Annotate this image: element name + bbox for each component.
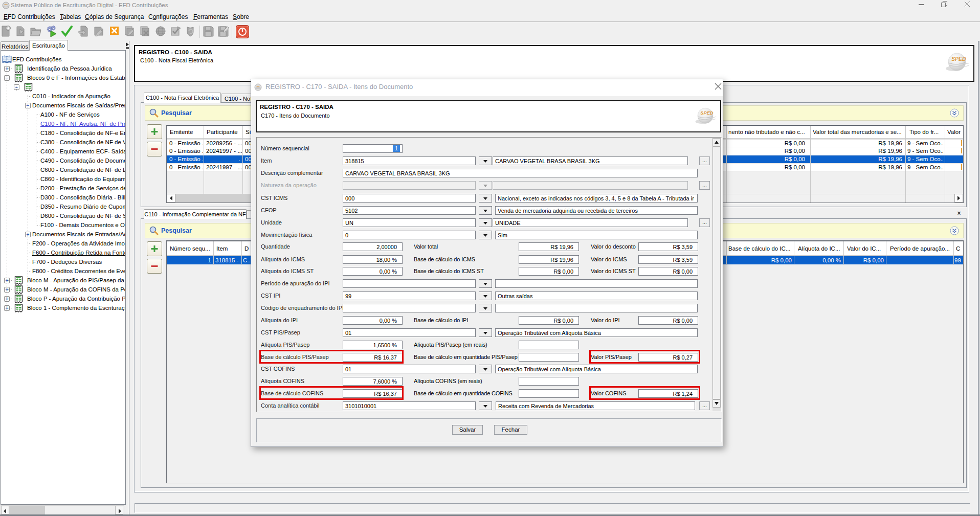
svg-text:SPED: SPED [700, 110, 714, 116]
svg-text:SPED: SPED [951, 56, 966, 62]
